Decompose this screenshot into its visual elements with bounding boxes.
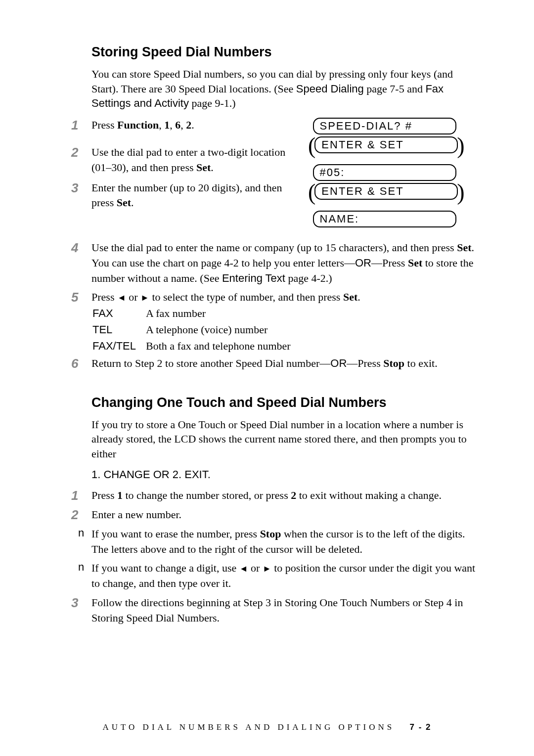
paren-right: )	[457, 139, 464, 153]
step-number: 2	[69, 507, 91, 523]
bullet-marker: n	[78, 561, 91, 574]
step-text: Press ◄ or ► to select the type of numbe…	[91, 290, 482, 355]
step-text: Enter a new number.	[91, 507, 482, 523]
step-text: Return to Step 2 to store another Speed …	[91, 356, 482, 371]
paren-right	[455, 120, 461, 134]
lcd-line: ENTER & SET	[314, 183, 458, 200]
lcd-display-column: SPEED-DIAL? # ( ENTER & SET ) #05: ( ENT…	[309, 118, 482, 238]
lcd-line: ENTER & SET	[314, 136, 458, 153]
page-number: 7 - 2	[410, 722, 432, 732]
step-number: 2	[69, 145, 91, 160]
paren-right	[455, 213, 461, 227]
step-number: 5	[69, 290, 91, 305]
step-text: Follow the directions beginning at Step …	[91, 595, 482, 626]
page-footer: AUTO DIAL NUMBERS AND DIALING OPTIONS 7 …	[0, 722, 534, 732]
paren-right	[455, 167, 461, 180]
bullet-text: If you want to change a digit, use ◄ or …	[91, 561, 482, 591]
step-text: Enter the number (up to 20 digits), and …	[91, 180, 299, 211]
bullet-text: If you want to erase the number, press S…	[91, 527, 482, 557]
step-text: Use the dial pad to enter the name or co…	[91, 240, 482, 286]
step-text: Use the dial pad to enter a two-digit lo…	[91, 145, 299, 176]
step-number: 3	[69, 595, 91, 611]
section-heading: Changing One Touch and Speed Dial Number…	[91, 395, 482, 410]
bullet-marker: n	[78, 527, 91, 539]
step-number: 3	[69, 180, 91, 196]
step-number: 1	[69, 118, 91, 133]
footer-title: AUTO DIAL NUMBERS AND DIALING OPTIONS	[102, 722, 395, 732]
step-number: 6	[69, 356, 91, 371]
lcd-text-line: 1. CHANGE OR 2. EXIT.	[91, 468, 482, 481]
section-heading: Storing Speed Dial Numbers	[91, 44, 482, 60]
intro-paragraph: You can store Speed Dial numbers, so you…	[91, 67, 482, 111]
step-number: 4	[69, 240, 91, 256]
intro-paragraph: If you try to store a One Touch or Speed…	[91, 417, 482, 461]
paren-right: )	[457, 185, 464, 199]
step-number: 1	[69, 488, 91, 503]
step-text: Press 1 to change the number stored, or …	[91, 488, 482, 503]
lcd-line: NAME:	[313, 211, 456, 227]
step-text: Press Function, 1, 6, 2.	[91, 118, 299, 133]
lcd-line: #05:	[313, 164, 456, 181]
number-type-table: FAXA fax number TELA telephone (voice) n…	[91, 305, 301, 355]
lcd-line: SPEED-DIAL? #	[313, 118, 456, 134]
